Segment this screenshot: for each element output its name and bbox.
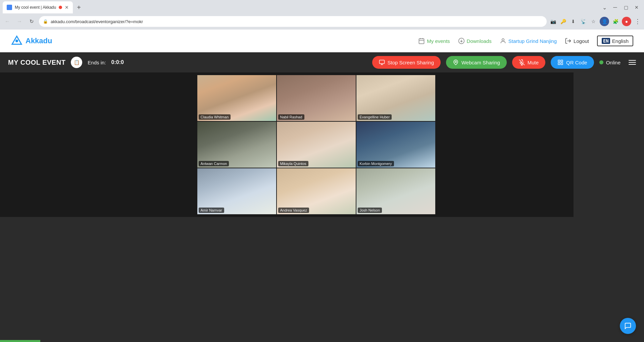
main-content: Claudia Whitman Nabil Rashad Evangelline… (0, 72, 644, 217)
my-events-link[interactable]: My events (418, 38, 450, 44)
svg-point-1 (15, 40, 18, 42)
toolbar: ← → ↻ 🔒 akkadu.com/broadcast/eventorgani… (0, 13, 644, 30)
chat-bubble-button[interactable] (620, 318, 636, 334)
lock-icon: 🔒 (43, 19, 48, 24)
logout-button[interactable]: Logout (565, 38, 589, 44)
reload-button[interactable]: ↻ (27, 17, 36, 26)
app-logo[interactable]: Akkadu (11, 35, 52, 47)
event-timer: 0:0:0 (111, 59, 124, 65)
bottom-area (0, 217, 644, 342)
qr-label: QR Code (566, 60, 587, 65)
svg-point-13 (455, 61, 457, 63)
window-minimize-button[interactable]: ─ (610, 3, 620, 12)
video-grid: Claudia Whitman Nabil Rashad Evangelline… (197, 75, 435, 214)
address-bar[interactable]: 🔒 akkadu.com/broadcast/eventorganizer/?e… (39, 16, 547, 27)
svg-rect-20 (561, 63, 563, 65)
event-icon-button[interactable]: 📋 (71, 57, 82, 68)
participant-label-5: Mikayla Quintos (278, 161, 308, 166)
mute-label: Mute (528, 60, 539, 65)
browser-chrome: My cool event | Akkadu ✕ + ⌄ ─ ▢ ✕ ← → ↻… (0, 0, 644, 30)
svg-rect-17 (558, 60, 560, 62)
language-selector[interactable]: EN English (597, 36, 633, 46)
url-text: akkadu.com/broadcast/eventorganizer/?e=m… (51, 19, 143, 24)
my-events-label: My events (427, 38, 450, 44)
stop-sharing-icon (379, 59, 385, 65)
calendar-icon (418, 38, 425, 44)
tab-record-dot (59, 6, 62, 9)
svg-rect-18 (561, 60, 563, 62)
stop-screen-sharing-button[interactable]: Stop Screen Sharing (372, 56, 441, 69)
language-label: English (612, 38, 629, 44)
video-cell-6: Korbin Montgomery (356, 122, 435, 168)
right-sidebar (574, 72, 644, 217)
tab-search-button[interactable]: ⌄ (600, 3, 609, 12)
more-options-icon[interactable]: ⋮ (634, 18, 641, 25)
bookmark-icon[interactable]: ☆ (590, 18, 597, 25)
stop-sharing-label: Stop Screen Sharing (388, 60, 434, 65)
video-grid-container: Claudia Whitman Nabil Rashad Evangelline… (59, 72, 574, 217)
app-navbar: Akkadu My events Downloads Startup Grind… (0, 30, 644, 52)
video-cell-8: Andrea Vasquez (277, 168, 356, 214)
active-tab[interactable]: My cool event | Akkadu ✕ (3, 1, 73, 13)
event-bar: MY COOL EVENT 📋 Ends in: 0:0:0 Stop Scre… (0, 52, 644, 72)
webcam-sharing-button[interactable]: Webcam Sharing (446, 56, 507, 69)
participant-label-9: Josh Nelson (358, 208, 382, 213)
online-status: Online (599, 60, 621, 65)
nav-actions: My events Downloads Startup Grind Nanjin… (418, 36, 633, 46)
downloads-link[interactable]: Downloads (458, 38, 492, 44)
hamburger-menu[interactable] (629, 60, 636, 65)
webcam-icon (453, 59, 459, 65)
online-label: Online (606, 60, 621, 65)
event-title: MY COOL EVENT (8, 59, 65, 66)
participant-label-3: Evangelline Huber (358, 114, 392, 120)
svg-rect-10 (379, 60, 384, 64)
screen-share-icon[interactable]: 📷 (549, 18, 557, 25)
akkadu-logo-icon (11, 35, 23, 47)
cast-icon[interactable]: 📡 (580, 18, 587, 25)
user-icon (500, 38, 506, 44)
back-button[interactable]: ← (3, 17, 12, 26)
svg-rect-19 (558, 63, 560, 65)
startup-grind-link[interactable]: Startup Grind Nanjing (500, 38, 557, 44)
qr-icon (557, 59, 563, 65)
profile-pic[interactable]: ● (622, 17, 631, 26)
profile-avatar[interactable]: 👤 (600, 17, 609, 26)
ham-line-1 (629, 60, 636, 61)
video-cell-2: Nabil Rashad (277, 75, 356, 121)
language-flag: EN (602, 38, 610, 44)
chat-icon (624, 322, 632, 330)
tab-close-icon[interactable]: ✕ (65, 5, 69, 10)
left-sidebar (0, 72, 59, 217)
logout-icon (565, 38, 572, 44)
download-icon[interactable]: ⬇ (569, 18, 577, 25)
svg-point-8 (502, 39, 504, 41)
password-icon[interactable]: 🔑 (559, 18, 567, 25)
tab-favicon (7, 5, 12, 10)
video-cell-9: Josh Nelson (356, 168, 435, 214)
extensions-icon[interactable]: 🧩 (612, 18, 619, 25)
qr-code-button[interactable]: QR Code (551, 56, 594, 69)
participant-label-7: Amir Namvar (199, 208, 224, 213)
video-cell-7: Amir Namvar (197, 168, 276, 214)
tab-bar: My cool event | Akkadu ✕ + ⌄ ─ ▢ ✕ (0, 0, 644, 13)
video-cell-3: Evangelline Huber (356, 75, 435, 121)
participant-label-1: Claudia Whitman (199, 114, 231, 120)
downloads-label: Downloads (467, 38, 492, 44)
mute-button[interactable]: Mute (512, 56, 545, 69)
webcam-label: Webcam Sharing (461, 60, 500, 65)
logout-label: Logout (574, 38, 589, 44)
participant-label-6: Korbin Montgomery (358, 161, 394, 166)
window-close-button[interactable]: ✕ (632, 3, 641, 12)
bottom-green-bar (0, 340, 40, 342)
new-tab-button[interactable]: + (74, 3, 84, 12)
participant-label-4: Antwan Carmon (199, 161, 229, 166)
tab-title: My cool event | Akkadu (15, 5, 56, 10)
window-maximize-button[interactable]: ▢ (621, 3, 631, 12)
video-cell-5: Mikayla Quintos (277, 122, 356, 168)
participant-label-8: Andrea Vasquez (278, 208, 309, 213)
logo-text: Akkadu (26, 37, 52, 45)
video-cell-4: Antwan Carmon (197, 122, 276, 168)
svg-rect-2 (419, 39, 424, 44)
startup-grind-label: Startup Grind Nanjing (508, 38, 557, 44)
forward-button[interactable]: → (15, 17, 24, 26)
